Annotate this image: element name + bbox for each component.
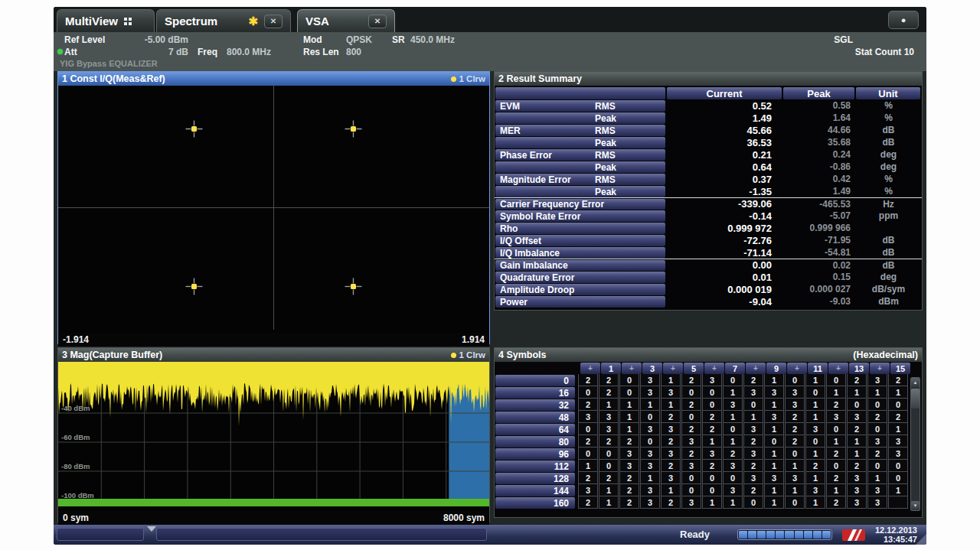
result-row[interactable]: EVMRMS0.520.58% xyxy=(495,99,922,112)
symbol-cell[interactable]: 2 xyxy=(578,374,598,386)
symbol-cell[interactable]: 3 xyxy=(847,472,867,484)
symbol-cell[interactable]: 1 xyxy=(826,484,846,496)
symbol-cell[interactable]: 3 xyxy=(888,435,908,447)
symbol-cell[interactable]: 2 xyxy=(661,496,681,509)
symbol-cell[interactable]: 0 xyxy=(743,399,763,411)
symbol-cell[interactable]: 1 xyxy=(826,435,846,447)
symbol-cell[interactable]: 0 xyxy=(640,411,660,423)
result-row[interactable]: Magnitude ErrorRMS0.370.42% xyxy=(495,173,922,185)
symbol-cell[interactable]: 2 xyxy=(785,411,805,423)
scrollbar-thumb[interactable] xyxy=(911,389,920,408)
symbol-cell[interactable]: 2 xyxy=(681,423,701,435)
symbol-cell[interactable]: 0 xyxy=(702,472,722,484)
symbol-cell[interactable]: 3 xyxy=(826,411,846,423)
symbol-cell[interactable]: 3 xyxy=(661,423,681,435)
symbol-cell[interactable]: 2 xyxy=(619,496,639,509)
symbol-cell[interactable]: 0 xyxy=(805,435,825,447)
symbol-cell[interactable]: 2 xyxy=(743,484,763,496)
symbol-cell[interactable]: 1 xyxy=(764,484,784,496)
symbol-cell[interactable]: 3 xyxy=(578,484,598,496)
symbol-cell[interactable]: 1 xyxy=(764,496,784,509)
symbol-cell[interactable]: 1 xyxy=(805,496,825,509)
symbol-cell[interactable]: 1 xyxy=(847,435,867,447)
symbol-cell[interactable]: 0 xyxy=(640,435,660,447)
close-spectrum-tab-icon[interactable]: ✕ xyxy=(264,15,283,28)
symbol-cell[interactable]: 2 xyxy=(867,411,887,423)
result-row[interactable]: Peak36.5335.68dB xyxy=(495,136,922,148)
symbol-cell[interactable]: 1 xyxy=(599,484,619,496)
symbol-cell[interactable]: 0 xyxy=(723,472,743,484)
window-mag-capture[interactable]: 3 Mag(Capture Buffer) 1 Clrw -40 dBm-60 … xyxy=(57,347,490,522)
symbol-cell[interactable]: 3 xyxy=(764,386,784,399)
symbol-cell[interactable]: 2 xyxy=(702,423,722,435)
symbol-cell[interactable]: 2 xyxy=(599,472,619,484)
symbol-cell[interactable]: 0 xyxy=(826,423,846,435)
symbol-cell[interactable]: 1 xyxy=(578,460,598,472)
symbol-cell[interactable]: 2 xyxy=(619,484,639,496)
symbol-cell[interactable]: 2 xyxy=(578,496,598,509)
symbol-cell[interactable]: 2 xyxy=(743,435,763,447)
symbol-cell[interactable]: 3 xyxy=(599,411,619,423)
close-vsa-tab-icon[interactable]: ✕ xyxy=(368,15,387,28)
symbol-cell[interactable]: 0 xyxy=(867,423,887,435)
symbol-cell[interactable]: 1 xyxy=(661,399,681,411)
symbol-cell[interactable]: 3 xyxy=(847,411,867,423)
symbol-cell[interactable]: 1 xyxy=(619,399,639,411)
symbol-cell[interactable]: 2 xyxy=(826,447,846,460)
symbol-cell[interactable]: 0 xyxy=(702,386,722,399)
symbol-cell[interactable]: 3 xyxy=(640,447,660,460)
symbol-cell[interactable]: 2 xyxy=(578,399,598,411)
result-row[interactable]: I/Q Offset-72.76-71.95dB xyxy=(495,234,922,246)
symbol-cell[interactable]: 2 xyxy=(888,411,908,423)
symbol-cell[interactable]: 2 xyxy=(599,386,619,399)
symbol-cell[interactable]: 0 xyxy=(619,374,639,386)
symbol-cell[interactable]: 3 xyxy=(764,472,784,484)
symbol-cell[interactable]: 3 xyxy=(723,460,743,472)
symbol-cell[interactable]: 3 xyxy=(619,447,639,460)
symbol-cell[interactable]: 0 xyxy=(681,484,701,496)
symbol-cell[interactable]: 3 xyxy=(723,399,743,411)
symbol-cell[interactable]: 1 xyxy=(743,411,763,423)
symbol-cell[interactable]: 3 xyxy=(743,423,763,435)
symbol-cell[interactable]: 3 xyxy=(805,423,825,435)
symbol-cell[interactable]: 1 xyxy=(764,460,784,472)
symbol-cell[interactable]: 3 xyxy=(681,460,701,472)
symbol-cell[interactable]: 2 xyxy=(826,496,846,509)
result-row[interactable]: Carrier Frequency Error-339.06-465.53Hz xyxy=(495,197,922,210)
symbol-cell[interactable]: 2 xyxy=(578,435,598,447)
symbol-cell[interactable]: 0 xyxy=(743,496,763,509)
att-value[interactable]: 7 dB xyxy=(113,47,188,57)
symbol-cell[interactable]: 2 xyxy=(619,435,639,447)
result-row[interactable]: Peak0.64-0.86deg xyxy=(495,161,922,173)
result-row[interactable]: Phase ErrorRMS0.210.24deg xyxy=(495,148,922,161)
result-row[interactable]: Peak1.491.64% xyxy=(495,112,922,124)
symbol-cell[interactable]: 0 xyxy=(681,411,701,423)
symbol-cell[interactable]: 1 xyxy=(785,484,805,496)
symbol-cell[interactable]: 3 xyxy=(867,374,887,386)
symbol-cell[interactable]: 3 xyxy=(702,374,722,386)
result-row[interactable]: Symbol Rate Error-0.14-5.07ppm xyxy=(495,210,922,222)
symbol-cell[interactable]: 3 xyxy=(764,411,784,423)
window-symbols[interactable]: 4 Symbols (Hexadecimal) +1+3+5+7+9+11+13… xyxy=(494,347,923,518)
symbol-cell[interactable]: 1 xyxy=(805,374,825,386)
symbol-cell[interactable]: 0 xyxy=(702,484,722,496)
symbol-cell[interactable]: 0 xyxy=(619,386,639,399)
symbol-cell[interactable]: 2 xyxy=(723,447,743,460)
symbol-cell[interactable]: 2 xyxy=(867,447,887,460)
window-const-iq[interactable]: 1 Const I/Q(Meas&Ref) 1 Clrw -1.914 1.91… xyxy=(57,71,490,344)
symbol-cell[interactable]: 3 xyxy=(702,447,722,460)
symbol-cell[interactable]: 3 xyxy=(723,484,743,496)
symbol-cell[interactable]: 0 xyxy=(826,374,846,386)
symbol-cell[interactable]: 1 xyxy=(640,472,660,484)
symbol-cell[interactable]: 0 xyxy=(867,399,887,411)
symbol-cell[interactable]: 0 xyxy=(578,447,598,460)
symbol-cell[interactable]: 3 xyxy=(805,484,825,496)
symbol-cell[interactable]: 2 xyxy=(681,399,701,411)
symbol-cell[interactable]: 1 xyxy=(785,460,805,472)
symbol-cell[interactable]: 0 xyxy=(785,496,805,509)
symbol-cell[interactable]: 1 xyxy=(764,374,784,386)
symbol-cell[interactable]: 0 xyxy=(888,472,908,484)
symbol-cell[interactable]: 3 xyxy=(888,447,908,460)
symbol-cell[interactable]: 1 xyxy=(867,472,887,484)
symbol-cell[interactable]: 3 xyxy=(578,411,598,423)
